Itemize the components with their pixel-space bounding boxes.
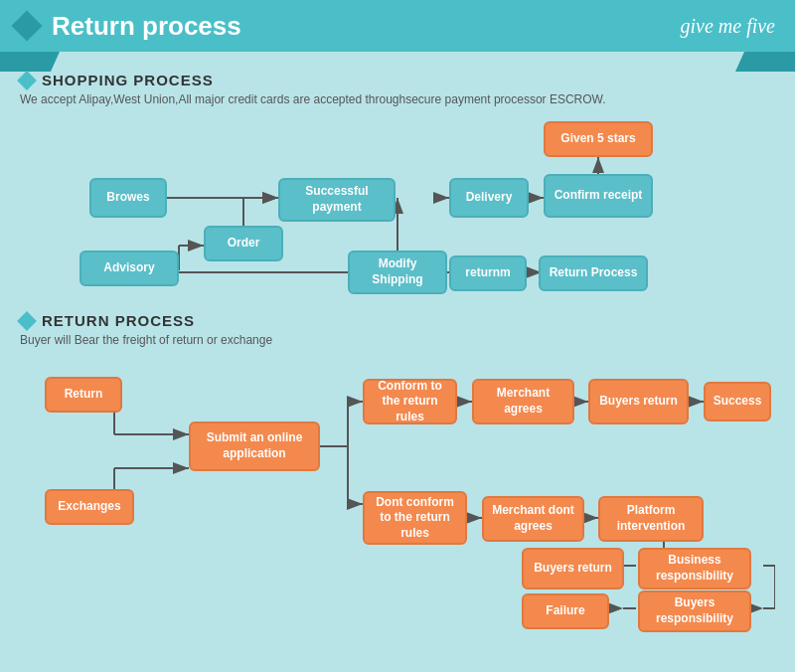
success-box: Success [704, 382, 771, 421]
return-button-box: Return [45, 377, 122, 413]
business-responsibility-box: Business responsibility [638, 548, 751, 589]
submit-online-box: Submit an online application [189, 421, 320, 471]
merchant-agrees-box: Merchant agrees [472, 379, 574, 424]
return-process-box: Return Process [539, 255, 648, 291]
delivery-box: Delivery [449, 178, 529, 218]
buyers-responsibility-box: Buyers responsibility [638, 590, 751, 632]
shopping-subtitle: We accept Alipay,West Union,All major cr… [20, 92, 775, 106]
return-diagram: Return Submit an online application Exch… [20, 357, 775, 635]
dont-conform-box: Dont conform to the return rules [363, 491, 467, 545]
platform-intervention-box: Platform intervention [598, 496, 704, 542]
return-section-header: RETURN PROCESS [20, 312, 775, 329]
conform-rules-box: Conform to the return rules [363, 379, 457, 424]
brand-text: give me five [681, 15, 776, 38]
return-section-title: RETURN PROCESS [42, 312, 195, 329]
shopping-section-header: SHOPPING PROCESS [20, 72, 775, 88]
order-box: Order [204, 226, 283, 261]
header: Return process give me five [0, 0, 795, 52]
modify-shipping-box: Modify Shipping [348, 251, 447, 294]
page-title: Return process [52, 11, 241, 42]
browes-box: Browes [89, 178, 167, 218]
shopping-section-title: SHOPPING PROCESS [42, 72, 214, 88]
failure-box: Failure [522, 593, 609, 629]
buyers-return2-box: Buyers return [522, 548, 624, 589]
main-content: SHOPPING PROCESS We accept Alipay,West U… [0, 52, 795, 647]
return-subtitle: Buyer will Bear the freight of return or… [20, 333, 775, 347]
successful-payment-box: Successful payment [278, 178, 396, 222]
shopping-diagram: Given 5 stars Browes Successful payment … [20, 116, 775, 310]
advisory-box: Advisory [80, 251, 179, 286]
buyers-return1-box: Buyers return [588, 379, 689, 424]
returnm-box: returnm [449, 255, 527, 291]
given-5-stars-box: Given 5 stars [544, 121, 653, 157]
return-diamond-icon [17, 311, 37, 331]
header-diamond-icon [11, 10, 42, 41]
exchanges-box: Exchanges [45, 489, 134, 525]
merchant-dont-agrees-box: Merchant dont agrees [482, 496, 584, 542]
shopping-diamond-icon [17, 71, 37, 90]
confirm-receipt-box: Confirm receipt [544, 174, 653, 218]
